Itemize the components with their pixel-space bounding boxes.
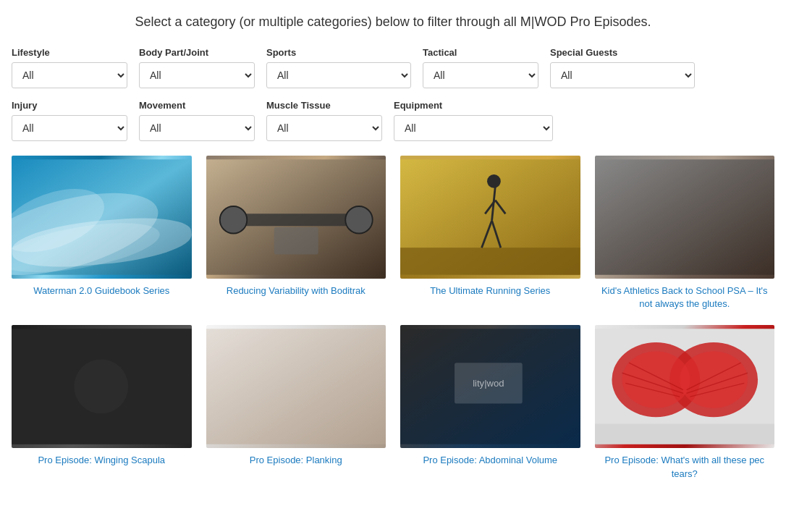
svg-point-31 bbox=[680, 352, 748, 409]
filter-label-muscle_tissue: Muscle Tissue bbox=[266, 100, 382, 111]
filter-group-equipment: EquipmentAllBarbellKettlebellBand bbox=[394, 100, 553, 141]
filter-group-lifestyle: LifestyleAllLifestyle 1Lifestyle 2 bbox=[12, 47, 127, 88]
page-title: Select a category (or multiple categorie… bbox=[12, 14, 774, 30]
episode-thumbnail: lity|wod bbox=[400, 325, 580, 448]
episode-card[interactable]: Pro Episode: What's with all these pec t… bbox=[595, 325, 775, 480]
episode-card[interactable]: Pro Episode: Winging Scapula bbox=[12, 325, 192, 480]
filter-select-body_part_joint[interactable]: AllKneeHipShoulder bbox=[139, 62, 255, 88]
episode-title[interactable]: The Ultimate Running Series bbox=[400, 284, 580, 297]
filter-group-movement: MovementAllSquatDeadliftPress bbox=[139, 100, 255, 141]
episode-title[interactable]: Pro Episode: Winging Scapula bbox=[12, 454, 192, 467]
svg-rect-5 bbox=[233, 214, 358, 226]
filter-label-tactical: Tactical bbox=[423, 47, 538, 58]
filter-label-injury: Injury bbox=[12, 100, 127, 111]
episode-thumbnail bbox=[12, 325, 192, 448]
episode-thumbnail bbox=[400, 156, 580, 279]
episode-card[interactable]: The Ultimate Running Series bbox=[400, 156, 580, 311]
episode-title[interactable]: Kid's Athletics Back to School PSA – It'… bbox=[595, 284, 775, 311]
filter-label-special_guests: Special Guests bbox=[550, 47, 695, 58]
filter-select-equipment[interactable]: AllBarbellKettlebellBand bbox=[394, 115, 553, 141]
episode-title[interactable]: Reducing Variability with Boditrak bbox=[206, 284, 386, 297]
filter-select-lifestyle[interactable]: AllLifestyle 1Lifestyle 2 bbox=[12, 62, 127, 88]
svg-text:lity|wod: lity|wod bbox=[473, 378, 504, 389]
episodes-grid: Waterman 2.0 Guidebook Series Reducing V… bbox=[12, 156, 774, 481]
filter-row-1: LifestyleAllLifestyle 1Lifestyle 2Body P… bbox=[12, 47, 774, 88]
episode-thumbnail bbox=[12, 156, 192, 279]
filter-select-special_guests[interactable]: AllGuest 1Guest 2 bbox=[550, 62, 695, 88]
episode-thumbnail bbox=[206, 156, 386, 279]
filter-group-muscle_tissue: Muscle TissueAllQuadHamstringGlute bbox=[266, 100, 382, 141]
episode-thumbnail bbox=[206, 325, 386, 448]
svg-rect-18 bbox=[595, 159, 775, 274]
svg-rect-8 bbox=[274, 227, 318, 255]
svg-point-6 bbox=[219, 206, 247, 234]
svg-point-12 bbox=[487, 174, 501, 188]
episode-card[interactable]: Pro Episode: Planking bbox=[206, 325, 386, 480]
filter-select-movement[interactable]: AllSquatDeadliftPress bbox=[139, 115, 255, 141]
episode-title[interactable]: Pro Episode: Planking bbox=[206, 454, 386, 467]
svg-point-7 bbox=[345, 206, 373, 234]
episode-thumbnail bbox=[595, 156, 775, 279]
filter-select-tactical[interactable]: AllMilitaryPoliceFire bbox=[423, 62, 538, 88]
filter-label-lifestyle: Lifestyle bbox=[12, 47, 127, 58]
svg-point-21 bbox=[74, 360, 128, 414]
episode-title[interactable]: Pro Episode: Abdominal Volume bbox=[400, 454, 580, 467]
episode-title[interactable]: Waterman 2.0 Guidebook Series bbox=[12, 284, 192, 297]
filter-select-muscle_tissue[interactable]: AllQuadHamstringGlute bbox=[266, 115, 382, 141]
filter-group-injury: InjuryAllBackKneeShoulder bbox=[12, 100, 127, 141]
episode-thumbnail bbox=[595, 325, 775, 448]
episode-card[interactable]: Reducing Variability with Boditrak bbox=[206, 156, 386, 311]
filter-label-equipment: Equipment bbox=[394, 100, 553, 111]
svg-rect-23 bbox=[206, 329, 386, 444]
episode-card[interactable]: Kid's Athletics Back to School PSA – It'… bbox=[595, 156, 775, 311]
filters-section: LifestyleAllLifestyle 1Lifestyle 2Body P… bbox=[12, 47, 774, 141]
episode-card[interactable]: lity|wod Pro Episode: Abdominal Volume bbox=[400, 325, 580, 480]
episode-title[interactable]: Pro Episode: What's with all these pec t… bbox=[595, 454, 775, 480]
filter-label-sports: Sports bbox=[266, 47, 411, 58]
filter-select-sports[interactable]: AllCrossFitRunningSwimming bbox=[266, 62, 411, 88]
filter-group-body_part_joint: Body Part/JointAllKneeHipShoulder bbox=[139, 47, 255, 88]
filter-group-tactical: TacticalAllMilitaryPoliceFire bbox=[423, 47, 538, 88]
svg-rect-10 bbox=[400, 248, 580, 275]
filter-label-movement: Movement bbox=[139, 100, 255, 111]
svg-rect-38 bbox=[595, 424, 775, 444]
filter-select-injury[interactable]: AllBackKneeShoulder bbox=[12, 115, 127, 141]
episode-card[interactable]: Waterman 2.0 Guidebook Series bbox=[12, 156, 192, 311]
page-container: Select a category (or multiple categorie… bbox=[0, 0, 786, 495]
filter-row-2: InjuryAllBackKneeShoulderMovementAllSqua… bbox=[12, 100, 774, 141]
filter-group-special_guests: Special GuestsAllGuest 1Guest 2 bbox=[550, 47, 695, 88]
filter-label-body_part_joint: Body Part/Joint bbox=[139, 47, 255, 58]
filter-group-sports: SportsAllCrossFitRunningSwimming bbox=[266, 47, 411, 88]
